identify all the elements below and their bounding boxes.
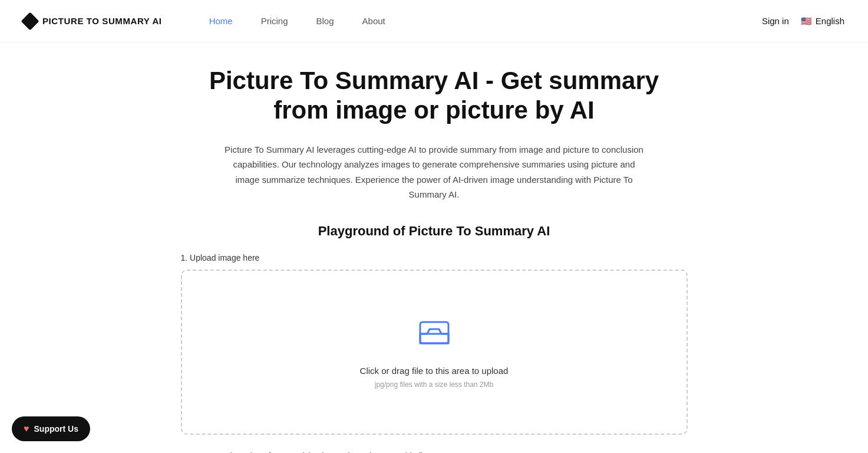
upload-icon: [415, 315, 453, 355]
navbar: PICTURE TO SUMMARY AI Home Pricing Blog …: [0, 0, 868, 42]
svg-rect-0: [420, 322, 448, 343]
logo-link[interactable]: PICTURE TO SUMMARY AI: [24, 15, 162, 28]
nav-link-blog[interactable]: Blog: [316, 16, 334, 26]
support-us-button[interactable]: ♥ Support Us: [12, 416, 90, 441]
language-label: English: [816, 16, 844, 26]
nav-link-pricing[interactable]: Pricing: [261, 16, 288, 26]
nav-item-blog[interactable]: Blog: [316, 16, 334, 27]
upload-section-label: 1. Upload image here: [181, 253, 688, 262]
hero-description: Picture To Summary AI leverages cutting-…: [222, 142, 646, 202]
language-selector[interactable]: 🇺🇸 English: [801, 16, 844, 27]
hero-title: Picture To Summary AI - Get summary from…: [181, 66, 688, 126]
nav-link-about[interactable]: About: [362, 16, 385, 26]
nav-links: Home Pricing Blog About: [209, 16, 385, 27]
svg-rect-1: [420, 334, 448, 343]
nav-item-about[interactable]: About: [362, 16, 385, 27]
sign-in-link[interactable]: Sign in: [762, 16, 789, 26]
nav-item-home[interactable]: Home: [209, 16, 233, 27]
flag-icon: 🇺🇸: [801, 16, 812, 27]
playground-title: Playground of Picture To Summary AI: [181, 224, 688, 239]
logo-text: PICTURE TO SUMMARY AI: [42, 16, 162, 26]
nav-right: Sign in 🇺🇸 English: [762, 16, 844, 27]
nav-item-pricing[interactable]: Pricing: [261, 16, 288, 27]
logo-diamond-icon: [21, 12, 39, 30]
support-us-label: Support Us: [34, 424, 78, 434]
nav-link-home[interactable]: Home: [209, 16, 233, 26]
upload-sub-text: jpg/png files with a size less than 2Mb: [375, 380, 493, 389]
upload-main-text: Click or drag file to this area to uploa…: [360, 366, 509, 376]
upload-dropzone[interactable]: Click or drag file to this area to uploa…: [181, 270, 688, 435]
main-content: Picture To Summary AI - Get summary from…: [169, 42, 699, 453]
heart-icon: ♥: [24, 424, 29, 434]
